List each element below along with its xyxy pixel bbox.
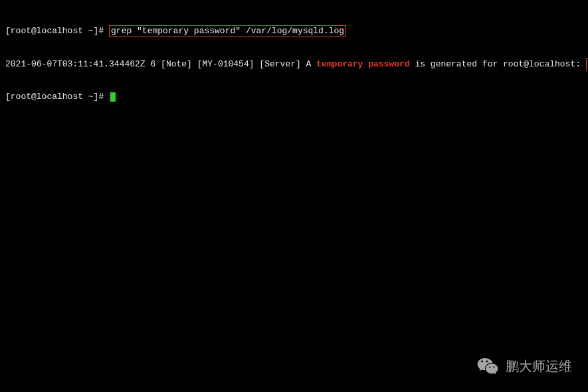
grep-command: grep "temporary password" /var/log/mysql…: [111, 26, 344, 36]
watermark-text: 鹏大师运维: [506, 361, 572, 371]
grep-command-highlight: grep "temporary password" /var/log/mysql…: [109, 25, 346, 37]
output-pid: 6: [150, 59, 155, 69]
grep-match: temporary password: [316, 59, 409, 69]
output-source: [Server]: [259, 59, 300, 69]
output-post-match: is generated for root@localhost:: [410, 59, 586, 69]
shell-prompt: [root@localhost ~]#: [5, 92, 109, 102]
watermark: 鹏大师运维: [476, 355, 572, 377]
cursor: [110, 92, 116, 102]
prompt-line: [root@localhost ~]#: [5, 92, 583, 102]
command-line: [root@localhost ~]# grep "temporary pass…: [5, 25, 583, 37]
output-code: [MY-010454]: [197, 59, 254, 69]
grep-output-line: 2021-06-07T03:11:41.344462Z 6 [Note] [MY…: [5, 58, 583, 70]
terminal-output[interactable]: [root@localhost ~]# grep "temporary pass…: [0, 0, 588, 117]
wechat-icon: [476, 355, 499, 377]
output-timestamp: 2021-06-07T03:11:41.344462Z: [5, 59, 146, 69]
shell-prompt: [root@localhost ~]#: [5, 26, 109, 36]
output-level: [Note]: [161, 59, 192, 69]
output-pre-match: A: [306, 59, 317, 69]
